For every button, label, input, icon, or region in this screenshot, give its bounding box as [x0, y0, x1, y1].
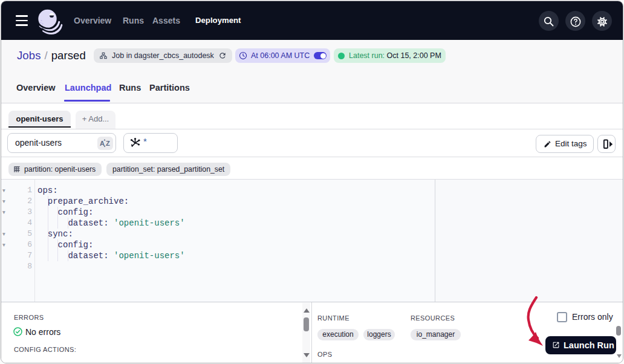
svg-text:Z: Z: [106, 140, 110, 147]
